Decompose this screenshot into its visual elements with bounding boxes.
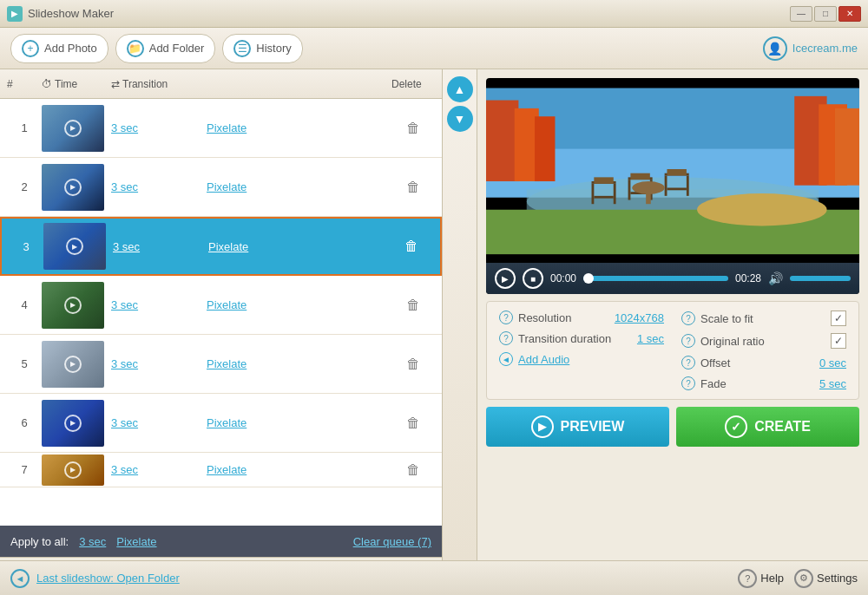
volume-bar[interactable]	[790, 276, 851, 281]
resolution-help-icon[interactable]: ?	[499, 311, 513, 324]
original-ratio-checkbox[interactable]: ✓	[831, 333, 846, 349]
transition-link[interactable]: Pixelate	[207, 298, 391, 311]
time-link[interactable]: 3 sec	[111, 357, 207, 370]
window-title: Slideshow Maker	[28, 7, 114, 20]
video-scene	[486, 78, 859, 260]
add-photo-icon: +	[22, 40, 39, 57]
minimize-button[interactable]: —	[790, 6, 812, 22]
add-audio-icon[interactable]: ◄	[499, 352, 513, 366]
apply-to-all-bar: Apply to all: 3 sec Pixelate Clear queue…	[0, 526, 442, 557]
list-item[interactable]: 7 ▶ 3 sec Pixelate 🗑	[0, 453, 442, 487]
transition-duration-row: ? Transition duration 1 sec	[499, 331, 664, 345]
progress-bar[interactable]	[583, 276, 728, 281]
preview-play-icon: ▶	[531, 415, 554, 438]
add-folder-button[interactable]: 📁 Add Folder	[115, 34, 216, 63]
delete-button[interactable]: 🗑	[391, 462, 435, 478]
video-controls: ▶ ■ 00:00 00:28 🔊	[486, 263, 859, 294]
delete-button[interactable]: 🗑	[391, 298, 435, 313]
svg-rect-22	[630, 173, 649, 180]
resolution-value[interactable]: 1024x768	[615, 311, 664, 324]
thumbnail: ▶	[42, 341, 104, 388]
move-down-button[interactable]: ▼	[447, 106, 473, 132]
delete-button[interactable]: 🗑	[390, 239, 433, 254]
scale-to-fit-checkbox[interactable]: ✓	[831, 311, 846, 326]
clear-queue-link[interactable]: Clear queue (7)	[353, 535, 431, 548]
delete-button[interactable]: 🗑	[391, 180, 435, 195]
thumbnail: ▶	[43, 223, 106, 270]
svg-rect-27	[667, 169, 686, 175]
preview-label: PREVIEW	[561, 419, 625, 435]
transition-duration-help-icon[interactable]: ?	[499, 331, 513, 345]
move-up-button[interactable]: ▲	[447, 76, 473, 102]
time-link[interactable]: 3 sec	[111, 298, 207, 311]
scale-to-fit-label: Scale to fit	[700, 312, 753, 325]
help-label: Help	[760, 572, 784, 585]
brand-link[interactable]: 👤 Icecream.me	[763, 36, 858, 61]
delete-button[interactable]: 🗑	[391, 121, 435, 136]
toolbar: + Add Photo 📁 Add Folder ☰ History 👤 Ice…	[0, 28, 868, 69]
title-bar: ▶ Slideshow Maker — □ ✕	[0, 0, 868, 28]
settings-left: ? Resolution 1024x768 ? Transition durat…	[499, 311, 664, 390]
time-link[interactable]: 3 sec	[111, 180, 207, 193]
fade-row: ? Fade 5 sec	[681, 376, 846, 390]
add-audio-link[interactable]: Add Audio	[518, 353, 569, 366]
close-button[interactable]: ✕	[838, 6, 861, 22]
time-link[interactable]: 3 sec	[111, 416, 207, 429]
transition-link[interactable]: Pixelate	[207, 121, 391, 134]
volume-icon[interactable]: 🔊	[768, 271, 783, 285]
transition-link[interactable]: Pixelate	[207, 416, 391, 429]
transition-link[interactable]: Pixelate	[207, 180, 391, 193]
list-item[interactable]: 5 ▶ 3 sec Pixelate 🗑	[0, 335, 442, 394]
apply-label: Apply to all:	[10, 535, 69, 548]
play-icon: ▶	[64, 120, 82, 137]
offset-help-icon[interactable]: ?	[681, 356, 695, 369]
maximize-button[interactable]: □	[814, 6, 837, 22]
original-ratio-help-icon[interactable]: ?	[681, 334, 695, 348]
svg-rect-3	[486, 101, 518, 181]
last-slideshow-link[interactable]: Last slideshow: Open Folder	[36, 572, 180, 585]
col-num: #	[7, 78, 42, 90]
stop-button[interactable]: ■	[523, 268, 543, 289]
time-icon: ⏱	[42, 78, 52, 90]
transition-link[interactable]: Pixelate	[207, 357, 391, 370]
apply-transition-link[interactable]: Pixelate	[116, 535, 156, 548]
history-button[interactable]: ☰ History	[222, 34, 302, 63]
total-time: 00:28	[735, 272, 761, 284]
delete-button[interactable]: 🗑	[391, 415, 435, 431]
col-delete: Delete	[391, 78, 435, 90]
list-item[interactable]: 3 ▶ 3 sec Pixelate 🗑	[0, 217, 442, 276]
add-photo-button[interactable]: + Add Photo	[10, 34, 108, 63]
transition-duration-value[interactable]: 1 sec	[637, 332, 664, 345]
time-link[interactable]: 3 sec	[111, 121, 207, 134]
scale-to-fit-row: ? Scale to fit ✓	[681, 311, 846, 326]
fade-help-icon[interactable]: ?	[681, 376, 695, 390]
fade-label: Fade	[700, 377, 727, 390]
list-item[interactable]: 6 ▶ 3 sec Pixelate 🗑	[0, 394, 442, 453]
time-link[interactable]: 3 sec	[111, 463, 207, 476]
delete-button[interactable]: 🗑	[391, 356, 435, 372]
help-button[interactable]: ? Help	[738, 569, 784, 588]
preview-button[interactable]: ▶ PREVIEW	[486, 407, 669, 447]
create-button[interactable]: ✓ CREATE	[676, 407, 859, 447]
progress-thumb	[583, 273, 594, 284]
time-link[interactable]: 3 sec	[113, 240, 208, 253]
row-number: 5	[7, 357, 42, 370]
brand-icon: 👤	[763, 36, 787, 61]
left-panel: # ⏱ Time ⇄ Transition Delete 1 ▶	[0, 69, 443, 595]
scale-to-fit-help-icon[interactable]: ?	[681, 311, 695, 325]
transition-link[interactable]: Pixelate	[207, 463, 391, 476]
play-icon: ▶	[64, 179, 82, 196]
list-item[interactable]: 1 ▶ 3 sec Pixelate 🗑	[0, 99, 442, 158]
svg-rect-26	[667, 188, 686, 191]
list-item[interactable]: 2 ▶ 3 sec Pixelate 🗑	[0, 158, 442, 217]
play-icon: ▶	[64, 297, 82, 314]
settings-button[interactable]: ⚙ Settings	[794, 569, 858, 588]
apply-time-link[interactable]: 3 sec	[79, 535, 106, 548]
bottom-right-actions: ? Help ⚙ Settings	[738, 569, 858, 588]
play-button[interactable]: ▶	[495, 268, 516, 289]
fade-value[interactable]: 5 sec	[819, 377, 846, 390]
list-item[interactable]: 4 ▶ 3 sec Pixelate 🗑	[0, 276, 442, 335]
photo-list[interactable]: 1 ▶ 3 sec Pixelate 🗑 2 ▶ 3 sec Pixelate …	[0, 99, 442, 526]
offset-value[interactable]: 0 sec	[819, 356, 846, 369]
transition-link[interactable]: Pixelate	[208, 240, 390, 253]
